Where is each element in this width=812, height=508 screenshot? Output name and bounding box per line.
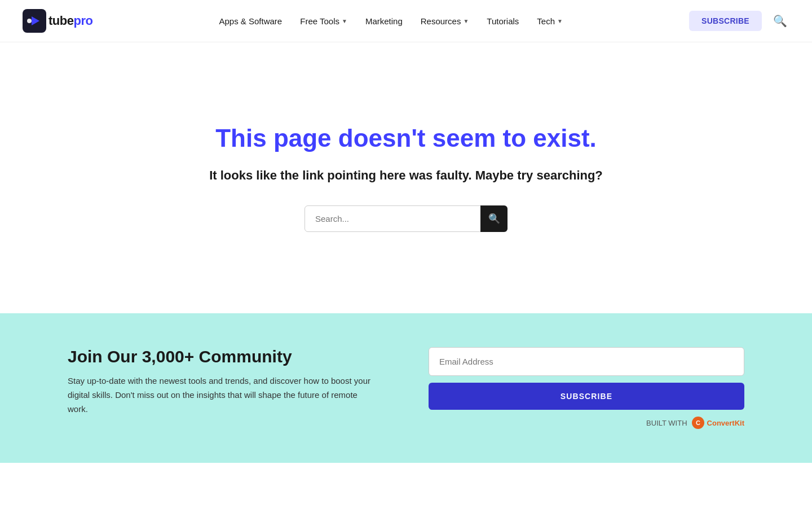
nav-item-tech[interactable]: Tech ▼ xyxy=(537,16,563,26)
main-nav: Apps & Software Free Tools ▼ Marketing R… xyxy=(92,16,689,26)
search-submit-button[interactable]: 🔍 xyxy=(480,205,508,232)
footer-left: Join Our 3,000+ Community Stay up-to-dat… xyxy=(68,347,372,416)
footer-body: Stay up-to-date with the newest tools an… xyxy=(68,374,372,416)
nav-item-tutorials[interactable]: Tutorials xyxy=(487,16,519,26)
footer-inner: Join Our 3,000+ Community Stay up-to-dat… xyxy=(68,347,744,429)
logo-text: tubepro xyxy=(48,14,92,28)
chevron-down-icon: ▼ xyxy=(463,18,469,24)
logo[interactable]: tubepro xyxy=(23,9,92,33)
header-subscribe-button[interactable]: SUBSCRIBE xyxy=(689,11,762,31)
search-icon: 🔍 xyxy=(773,15,787,27)
nav-item-apps-software[interactable]: Apps & Software xyxy=(219,16,282,26)
search-submit-icon: 🔍 xyxy=(488,213,500,225)
convertkit-logo: C ConvertKit xyxy=(692,417,744,429)
email-input[interactable] xyxy=(429,347,744,376)
nav-item-resources[interactable]: Resources ▼ xyxy=(421,16,469,26)
convertkit-label: ConvertKit xyxy=(707,419,744,427)
logo-icon xyxy=(23,9,46,33)
logo-part2: pro xyxy=(73,14,92,28)
search-form: 🔍 xyxy=(304,205,508,232)
footer-subscribe-button[interactable]: SUBSCRIBE xyxy=(429,383,744,410)
nav-item-free-tools[interactable]: Free Tools ▼ xyxy=(300,16,347,26)
chevron-down-icon: ▼ xyxy=(557,18,563,24)
search-input[interactable] xyxy=(304,205,508,232)
svg-text:C: C xyxy=(696,419,700,426)
svg-point-2 xyxy=(27,19,32,23)
header-actions: SUBSCRIBE 🔍 xyxy=(689,11,789,31)
error-subtext: It looks like the link pointing here was… xyxy=(209,168,603,183)
main-content: This page doesn't seem to exist. It look… xyxy=(0,42,812,313)
built-with: BUILT WITH C ConvertKit xyxy=(429,417,744,429)
nav-item-marketing[interactable]: Marketing xyxy=(365,16,403,26)
logo-part1: tube xyxy=(48,14,73,28)
footer-heading: Join Our 3,000+ Community xyxy=(68,347,372,366)
built-with-label: BUILT WITH xyxy=(646,419,687,427)
chevron-down-icon: ▼ xyxy=(342,18,347,24)
footer-right: SUBSCRIBE BUILT WITH C ConvertKit xyxy=(429,347,744,429)
error-heading: This page doesn't seem to exist. xyxy=(215,124,597,152)
site-header: tubepro Apps & Software Free Tools ▼ Mar… xyxy=(0,0,812,42)
header-search-button[interactable]: 🔍 xyxy=(771,12,789,30)
convertkit-icon: C xyxy=(692,417,704,429)
site-footer: Join Our 3,000+ Community Stay up-to-dat… xyxy=(0,313,812,463)
